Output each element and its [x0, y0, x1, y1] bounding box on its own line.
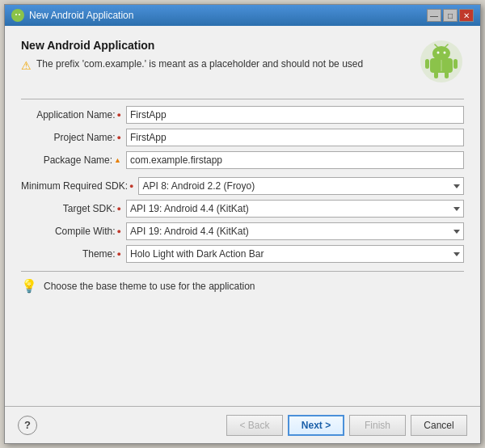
- theme-label: Theme: ●: [21, 248, 126, 260]
- minimize-button[interactable]: —: [427, 9, 441, 22]
- app-name-row: Application Name: ●: [21, 106, 464, 124]
- compile-with-info: ●: [117, 227, 121, 235]
- finish-button[interactable]: Finish: [349, 415, 406, 436]
- package-name-label: Package Name: ▲: [21, 154, 126, 166]
- target-sdk-info: ●: [117, 205, 121, 213]
- package-name-row: Package Name: ▲: [21, 151, 464, 169]
- nav-buttons: < Back Next > Finish Cancel: [226, 415, 467, 436]
- svg-rect-10: [425, 59, 429, 69]
- project-name-label: Project Name: ●: [21, 132, 126, 143]
- maximize-button[interactable]: □: [443, 9, 458, 22]
- svg-point-1: [15, 14, 17, 15]
- info-section: 💡 Choose the base theme to use for the a…: [21, 271, 464, 300]
- lightbulb-icon: 💡: [21, 278, 37, 294]
- info-text: Choose the base theme to use for the app…: [44, 281, 255, 292]
- compile-with-select[interactable]: API 14: Android 4.0 API 19: Android 4.4 …: [126, 222, 464, 240]
- dialog-content: New Android Application ⚠ The prefix 'co…: [5, 26, 480, 406]
- svg-point-2: [19, 14, 20, 15]
- close-button[interactable]: ✕: [459, 9, 474, 22]
- app-name-label: Application Name: ●: [21, 109, 126, 120]
- package-name-input[interactable]: [126, 151, 464, 169]
- svg-point-6: [437, 52, 440, 54]
- back-button[interactable]: < Back: [226, 415, 283, 436]
- target-sdk-label: Target SDK: ●: [21, 203, 126, 214]
- text-inputs-section: Application Name: ● Project Name: ● Pack…: [21, 106, 464, 169]
- svg-rect-13: [445, 71, 449, 78]
- warning-text: The prefix 'com.example.' is meant as a …: [36, 58, 363, 71]
- window-title: New Android Application: [29, 10, 133, 21]
- title-bar-left: New Android Application: [11, 9, 133, 22]
- target-sdk-select[interactable]: API 14: Android 4.0 API 19: Android 4.4 …: [126, 200, 464, 218]
- help-button[interactable]: ?: [18, 416, 37, 435]
- svg-rect-12: [434, 71, 438, 78]
- svg-rect-11: [453, 59, 458, 69]
- spacer: [21, 300, 464, 398]
- title-bar: New Android Application — □ ✕: [5, 5, 480, 26]
- project-name-info: ●: [117, 133, 121, 142]
- page-header-left: New Android Application ⚠ The prefix 'co…: [21, 39, 411, 72]
- main-window: New Android Application — □ ✕ New Androi…: [4, 4, 481, 444]
- theme-row: Theme: ● None Holo Light Holo Dark Holo …: [21, 245, 464, 263]
- warning-row: ⚠ The prefix 'com.example.' is meant as …: [21, 58, 411, 72]
- project-name-input[interactable]: [126, 129, 464, 146]
- android-logo: [419, 39, 464, 84]
- title-buttons: — □ ✕: [427, 9, 474, 22]
- dropdowns-section: Minimum Required SDK: ● API 8: Android 2…: [21, 177, 464, 263]
- window-icon: [11, 9, 24, 22]
- target-sdk-row: Target SDK: ● API 14: Android 4.0 API 19…: [21, 200, 464, 218]
- page-title: New Android Application: [21, 39, 411, 52]
- bottom-bar: ? < Back Next > Finish Cancel: [5, 406, 480, 443]
- warning-icon: ⚠: [21, 59, 32, 72]
- app-name-input[interactable]: [126, 106, 464, 124]
- project-name-row: Project Name: ●: [21, 129, 464, 146]
- min-sdk-info: ●: [129, 182, 133, 190]
- cancel-button[interactable]: Cancel: [411, 415, 467, 436]
- svg-point-7: [444, 52, 446, 54]
- package-name-info: ▲: [114, 156, 121, 164]
- theme-select[interactable]: None Holo Light Holo Dark Holo Light wit…: [126, 245, 464, 263]
- min-sdk-label: Minimum Required SDK: ●: [21, 180, 138, 192]
- compile-with-label: Compile With: ●: [21, 226, 126, 237]
- page-header: New Android Application ⚠ The prefix 'co…: [21, 39, 464, 84]
- top-separator: [21, 99, 464, 99]
- compile-with-row: Compile With: ● API 14: Android 4.0 API …: [21, 222, 464, 240]
- svg-point-0: [14, 11, 22, 19]
- min-sdk-row: Minimum Required SDK: ● API 8: Android 2…: [21, 177, 464, 195]
- min-sdk-select[interactable]: API 8: Android 2.2 (Froyo) API 14: Andro…: [138, 177, 464, 195]
- svg-point-5: [432, 46, 450, 61]
- next-button[interactable]: Next >: [288, 415, 344, 436]
- app-name-info: ●: [117, 111, 121, 119]
- theme-info: ●: [117, 250, 121, 258]
